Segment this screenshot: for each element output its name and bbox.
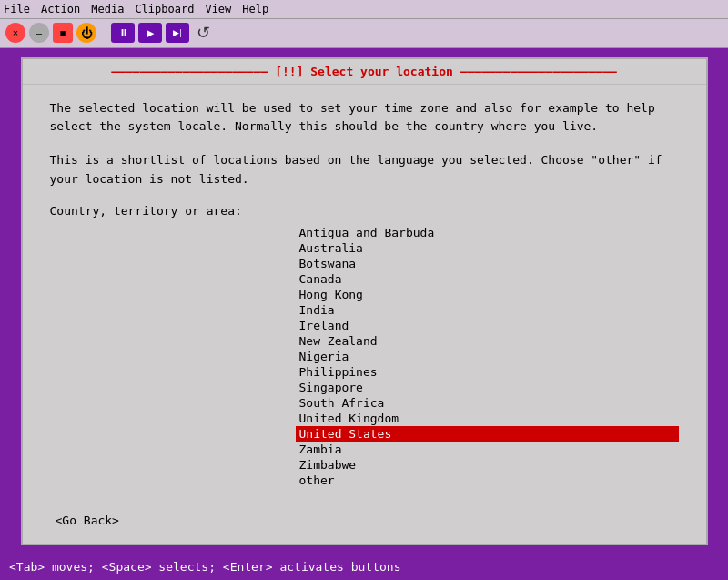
- dialog-title-bar: —————————————————————— [!!] Select your …: [23, 59, 706, 85]
- list-item[interactable]: India: [296, 302, 679, 318]
- go-back-button[interactable]: <Go Back>: [50, 512, 125, 529]
- menu-media[interactable]: Media: [91, 3, 124, 15]
- menu-clipboard[interactable]: Clipboard: [135, 3, 194, 15]
- dialog-footer: <Go Back>: [23, 503, 706, 544]
- play-button[interactable]: ▶: [138, 23, 162, 43]
- main-content: —————————————————————— [!!] Select your …: [0, 48, 728, 555]
- list-item[interactable]: New Zealand: [296, 333, 679, 349]
- menu-view[interactable]: View: [205, 3, 231, 15]
- pause-button[interactable]: ⏸: [111, 23, 135, 43]
- list-item[interactable]: Antigua and Barbuda: [296, 225, 679, 240]
- list-item[interactable]: other: [296, 473, 679, 488]
- title-bracket-right: ——————————————————————: [460, 65, 617, 78]
- stop-button[interactable]: ■: [53, 23, 73, 43]
- title-bracket-left: ——————————————————————: [111, 65, 268, 78]
- status-bar: <Tab> moves; <Space> selects; <Enter> ac…: [0, 555, 728, 580]
- list-item[interactable]: Zambia: [296, 442, 679, 457]
- minimize-button[interactable]: –: [29, 23, 49, 43]
- list-item[interactable]: Hong Kong: [296, 287, 679, 302]
- toolbar: × – ■ ⏻ ⏸ ▶ ▶| ↺: [0, 19, 728, 48]
- list-item[interactable]: Botswana: [296, 256, 679, 271]
- list-item[interactable]: Nigeria: [296, 349, 679, 364]
- description1: The selected location will be used to se…: [50, 99, 679, 137]
- list-item[interactable]: Zimbabwe: [296, 457, 679, 473]
- menu-bar: File Action Media Clipboard View Help: [0, 0, 728, 19]
- list-item[interactable]: Ireland: [296, 318, 679, 333]
- power-button[interactable]: ⏻: [76, 23, 96, 43]
- list-item[interactable]: United Kingdom: [296, 411, 679, 426]
- forward-button[interactable]: ↺: [193, 23, 213, 43]
- status-text: <Tab> moves; <Space> selects; <Enter> ac…: [9, 560, 400, 574]
- list-item[interactable]: South Africa: [296, 395, 679, 411]
- list-item[interactable]: Singapore: [296, 380, 679, 395]
- list-item[interactable]: Philippines: [296, 364, 679, 380]
- dialog-body: The selected location will be used to se…: [23, 85, 706, 503]
- dialog-title: [!!] Select your location: [275, 65, 453, 78]
- country-label: Country, territory or area:: [50, 204, 679, 218]
- description2: This is a shortlist of locations based o…: [50, 151, 679, 189]
- country-list: Antigua and BarbudaAustraliaBotswanaCana…: [296, 225, 679, 488]
- menu-file[interactable]: File: [4, 3, 30, 15]
- menu-help[interactable]: Help: [242, 3, 268, 15]
- play2-button[interactable]: ▶|: [166, 23, 189, 43]
- list-item[interactable]: Canada: [296, 271, 679, 287]
- list-item[interactable]: Australia: [296, 240, 679, 256]
- list-item[interactable]: United States: [296, 426, 679, 442]
- menu-action[interactable]: Action: [41, 3, 80, 15]
- dialog: —————————————————————— [!!] Select your …: [21, 57, 708, 545]
- close-button[interactable]: ×: [5, 23, 25, 43]
